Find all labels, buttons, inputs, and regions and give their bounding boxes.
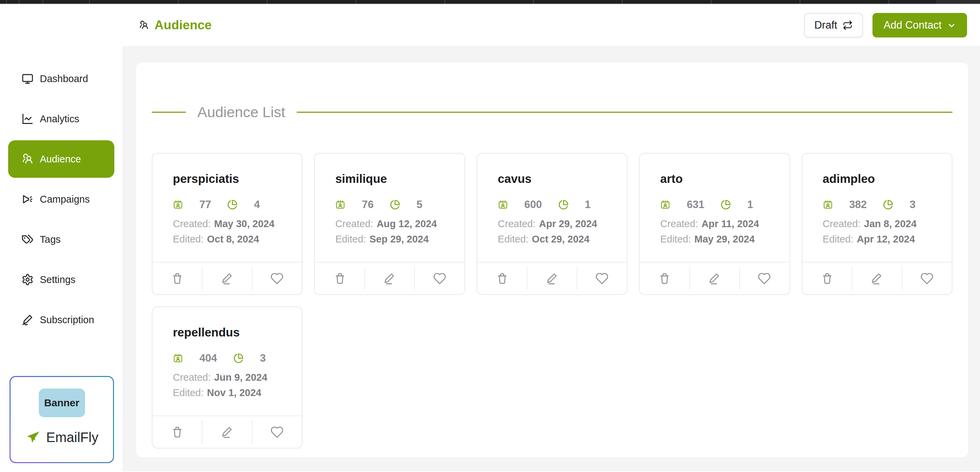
contact-count: 77 — [199, 199, 211, 211]
audience-card-actions — [153, 262, 302, 294]
delete-button[interactable] — [477, 263, 527, 294]
banner-badge: Banner — [39, 389, 85, 417]
favorite-button[interactable] — [414, 263, 464, 294]
trash-icon — [170, 272, 184, 285]
pie-chart-icon — [721, 199, 731, 210]
banner-card: Banner EmailFly — [10, 376, 114, 463]
pie-chart-icon — [883, 199, 893, 210]
page-title: Audience — [154, 18, 212, 32]
edited-date: Oct 8, 2024 — [207, 234, 259, 244]
monitor-icon — [21, 73, 34, 85]
edited-row: Edited:May 29, 2024 — [660, 234, 780, 245]
heading-line-left — [152, 112, 186, 113]
audience-card-actions — [477, 262, 627, 294]
edited-label: Edited: — [335, 234, 366, 244]
sidebar-item-label: Campaigns — [40, 194, 90, 205]
contact-count: 600 — [524, 199, 542, 211]
heart-icon — [270, 272, 284, 285]
pencil-icon — [221, 425, 234, 439]
created-label: Created: — [173, 218, 211, 229]
draft-button[interactable]: Draft — [804, 13, 863, 37]
segment-count: 5 — [417, 199, 422, 211]
add-contact-label: Add Contact — [883, 19, 942, 31]
audience-name: perspiciatis — [173, 172, 292, 186]
edited-label: Edited: — [823, 234, 853, 244]
heart-icon — [757, 272, 771, 285]
edited-date: Sep 29, 2024 — [369, 234, 429, 244]
edited-date: Apr 12, 2024 — [857, 234, 915, 244]
edit-button[interactable] — [202, 416, 252, 448]
chart-line-icon — [21, 113, 34, 125]
edit-button[interactable] — [690, 263, 740, 294]
edit-button[interactable] — [852, 263, 902, 294]
contact-card-icon — [173, 353, 183, 364]
sidebar-item-label: Dashboard — [40, 73, 88, 85]
section-heading: Audience List — [152, 62, 953, 121]
trash-icon — [821, 272, 834, 285]
delete-button[interactable] — [802, 263, 852, 294]
delete-button[interactable] — [153, 416, 202, 448]
favorite-button[interactable] — [252, 263, 302, 294]
favorite-button[interactable] — [577, 263, 627, 294]
created-row: Created:Aug 12, 2024 — [335, 218, 455, 230]
repeat-icon — [843, 20, 853, 30]
audience-card: perspiciatis 77 4 Created:May 30, 2024 E… — [152, 153, 302, 295]
favorite-button[interactable] — [252, 416, 302, 448]
heart-icon — [920, 272, 934, 285]
users-icon — [21, 153, 34, 165]
sidebar-item-analytics[interactable]: Analytics — [8, 100, 115, 137]
page-header: Audience Draft Add Contact — [0, 5, 980, 46]
audience-stats: 76 5 — [335, 199, 455, 211]
app-root: Audience Draft Add Contact — [0, 0, 980, 472]
pie-chart-icon — [227, 199, 237, 210]
edited-label: Edited: — [660, 234, 691, 244]
sidebar-item-audience[interactable]: Audience — [8, 140, 115, 178]
pencil-icon — [546, 272, 559, 285]
content-row: Dashboard Analytics Audience — [0, 46, 980, 471]
favorite-button[interactable] — [902, 263, 952, 294]
segment-count: 3 — [260, 352, 266, 364]
sidebar-item-label: Audience — [40, 153, 81, 165]
trash-icon — [333, 272, 347, 285]
trash-icon — [658, 272, 671, 285]
page-title-group: Audience — [139, 18, 212, 32]
segment-count: 1 — [585, 199, 591, 211]
segment-count: 4 — [254, 199, 259, 211]
contact-count: 382 — [850, 199, 867, 211]
audience-name: adimpleo — [823, 172, 942, 186]
sidebar: Dashboard Analytics Audience — [0, 46, 123, 471]
sidebar-item-subscription[interactable]: Subscription — [8, 301, 115, 338]
audience-card-body: cavus 600 1 Created:Apr 29, 2024 Edited:… — [477, 153, 627, 262]
delete-button[interactable] — [153, 263, 202, 294]
edit-button[interactable] — [527, 263, 577, 294]
sidebar-item-label: Settings — [40, 274, 76, 285]
sidebar-item-settings[interactable]: Settings — [8, 261, 115, 298]
audience-card-body: perspiciatis 77 4 Created:May 30, 2024 E… — [153, 153, 302, 262]
edited-row: Edited:Oct 29, 2024 — [498, 234, 617, 245]
created-row: Created:May 30, 2024 — [173, 218, 292, 230]
tab-strip-segment — [936, 0, 980, 4]
audience-card: cavus 600 1 Created:Apr 29, 2024 Edited:… — [477, 153, 627, 295]
delete-button[interactable] — [640, 263, 689, 294]
sidebar-item-tags[interactable]: Tags — [8, 221, 115, 258]
sidebar-item-label: Tags — [40, 234, 60, 245]
created-label: Created: — [335, 218, 373, 229]
created-date: Jan 8, 2024 — [864, 218, 917, 229]
edited-date: Oct 29, 2024 — [532, 234, 589, 244]
contact-card-icon — [498, 199, 508, 210]
created-label: Created: — [660, 218, 698, 229]
created-label: Created: — [173, 372, 211, 383]
trash-icon — [170, 425, 184, 439]
sidebar-item-campaigns[interactable]: Campaigns — [8, 180, 115, 218]
edit-button[interactable] — [202, 263, 252, 294]
edit-button[interactable] — [365, 263, 414, 294]
created-row: Created:Apr 11, 2024 — [660, 218, 780, 230]
audience-card-body: arto 631 1 Created:Apr 11, 2024 Edited:M… — [640, 153, 789, 262]
edited-date: May 29, 2024 — [694, 234, 754, 244]
header-actions: Draft Add Contact — [804, 13, 967, 37]
sidebar-item-dashboard[interactable]: Dashboard — [8, 60, 115, 97]
add-contact-button[interactable]: Add Contact — [872, 13, 967, 37]
delete-button[interactable] — [315, 263, 364, 294]
favorite-button[interactable] — [740, 263, 789, 294]
audience-card-actions — [640, 262, 789, 294]
